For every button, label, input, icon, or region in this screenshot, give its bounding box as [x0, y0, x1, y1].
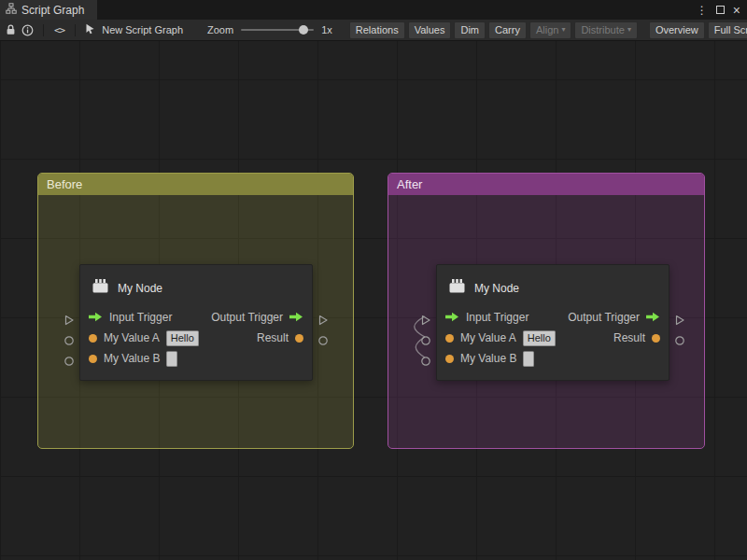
dim-button[interactable]: Dim — [454, 21, 486, 39]
relations-button[interactable]: Relations — [349, 21, 405, 39]
input-value-port[interactable] — [63, 333, 75, 344]
group-before-label: Before — [47, 177, 82, 191]
my-value-b-field[interactable] — [166, 351, 177, 367]
close-icon[interactable]: × — [733, 4, 740, 17]
flow-arrow-icon[interactable] — [445, 309, 459, 326]
zoom-slider[interactable] — [241, 29, 314, 31]
fullscreen-button[interactable]: Full Scr — [708, 21, 747, 39]
node-icon — [92, 278, 109, 298]
input-value-port[interactable] — [63, 354, 75, 365]
port-label: My Value A — [104, 331, 160, 344]
value-port-dot[interactable] — [445, 334, 454, 343]
group-before-header[interactable]: Before — [38, 174, 353, 195]
port-label: Result — [613, 331, 645, 344]
lock-button[interactable] — [5, 22, 17, 38]
graph-name-button[interactable]: New Script Graph — [85, 23, 183, 36]
port-row: My Value B — [80, 348, 312, 369]
code-view-button[interactable]: <> — [53, 22, 65, 38]
port-label: Result — [257, 331, 289, 344]
info-button[interactable] — [21, 22, 33, 38]
code-icon: <> — [54, 24, 64, 36]
node-my-node-after[interactable]: My Node Input Trigger Output Trigger My … — [436, 264, 669, 381]
overview-button[interactable]: Overview — [649, 21, 705, 39]
align-dropdown[interactable]: Align▾ — [529, 21, 571, 39]
port-label: My Value A — [460, 331, 516, 344]
my-value-b-field[interactable] — [523, 351, 534, 367]
node-my-node-before[interactable]: My Node Input Trigger Output Trigger My … — [79, 264, 313, 381]
zoom-label: Zoom — [207, 24, 233, 35]
port-label: My Value B — [460, 352, 516, 365]
cursor-icon — [85, 23, 95, 36]
output-flow-port[interactable] — [674, 313, 685, 324]
flow-arrow-icon[interactable] — [646, 309, 660, 326]
port-row: My Value A Hello Result — [437, 328, 669, 348]
value-port-dot[interactable] — [89, 334, 97, 343]
port-label: My Value B — [104, 352, 160, 365]
node-icon — [448, 278, 466, 298]
zoom-slider-handle[interactable] — [299, 25, 308, 35]
port-row: My Value A Hello Result — [80, 328, 312, 348]
chevron-down-icon: ▾ — [561, 25, 565, 34]
flow-arrow-icon[interactable] — [89, 309, 103, 326]
port-row: Input Trigger Output Trigger — [80, 307, 312, 328]
node-title: My Node — [118, 282, 162, 295]
zoom-value: 1x — [321, 24, 332, 35]
port-label: Input Trigger — [466, 311, 529, 324]
graph-name-label: New Script Graph — [102, 24, 183, 35]
port-row: Input Trigger Output Trigger — [437, 307, 669, 328]
value-port-dot[interactable] — [652, 334, 660, 343]
window-controls: ⋮ × — [697, 0, 747, 20]
tab-title: Script Graph — [21, 4, 84, 17]
group-after-header[interactable]: After — [388, 174, 704, 195]
my-value-a-field[interactable]: Hello — [166, 330, 199, 346]
toolbar-buttons: Relations Values Dim Carry Align▾ Distri… — [349, 21, 742, 39]
port-row: My Value B — [437, 348, 669, 369]
value-port-dot[interactable] — [295, 334, 303, 343]
kebab-menu-icon[interactable]: ⋮ — [697, 4, 708, 17]
graph-tab-icon — [6, 3, 17, 17]
maximize-icon[interactable] — [716, 6, 725, 14]
input-flow-port[interactable] — [63, 313, 75, 324]
zoom-control: Zoom 1x — [207, 24, 332, 35]
toolbar-gap — [641, 21, 646, 39]
node-title: My Node — [474, 282, 519, 295]
graph-toolbar: <> New Script Graph Zoom 1x Relations Va… — [0, 20, 747, 41]
input-flow-port[interactable] — [420, 313, 431, 324]
node-header[interactable]: My Node — [437, 265, 669, 307]
value-port-dot[interactable] — [445, 355, 454, 363]
graph-canvas[interactable]: Before After — [0, 41, 747, 560]
node-header[interactable]: My Node — [80, 265, 312, 307]
carry-button[interactable]: Carry — [488, 21, 527, 39]
chevron-down-icon: ▾ — [627, 25, 631, 34]
my-value-a-field[interactable]: Hello — [523, 330, 556, 346]
input-value-port[interactable] — [420, 333, 431, 344]
input-value-port[interactable] — [420, 354, 431, 365]
flow-arrow-icon[interactable] — [289, 309, 303, 326]
group-after-label: After — [397, 177, 422, 191]
port-label: Output Trigger — [568, 311, 640, 324]
port-label: Output Trigger — [211, 311, 283, 324]
toolbar-separator — [75, 24, 76, 36]
values-button[interactable]: Values — [408, 21, 452, 39]
value-port-dot[interactable] — [89, 355, 97, 363]
toolbar-separator — [43, 24, 44, 36]
tab-bar: Script Graph ⋮ × — [0, 0, 747, 20]
port-label: Input Trigger — [109, 311, 172, 324]
output-value-port[interactable] — [674, 333, 685, 344]
output-flow-port[interactable] — [317, 313, 329, 324]
output-value-port[interactable] — [317, 333, 329, 344]
script-graph-window: Script Graph ⋮ × <> — [0, 0, 747, 560]
distribute-dropdown[interactable]: Distribute▾ — [574, 21, 637, 39]
tab-script-graph[interactable]: Script Graph — [0, 0, 97, 20]
